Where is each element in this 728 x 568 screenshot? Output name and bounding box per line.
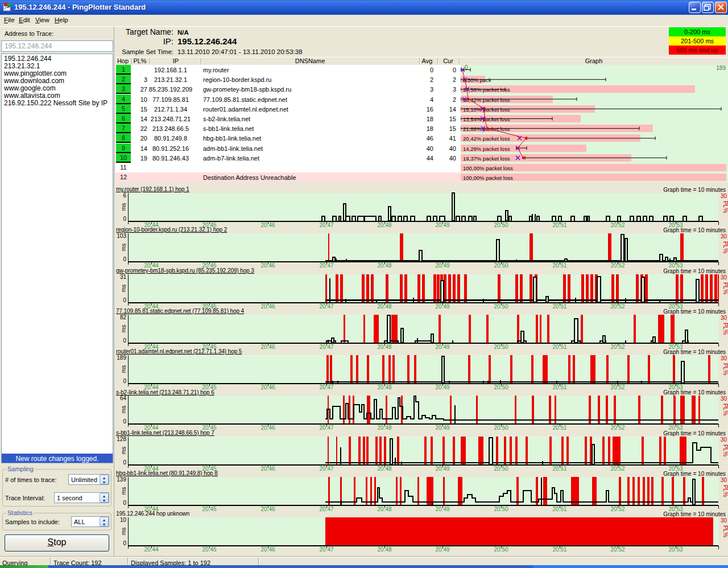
svg-text:30: 30 [721, 355, 727, 361]
svg-text:20:49: 20:49 [435, 466, 449, 472]
svg-text:20:49: 20:49 [435, 546, 449, 553]
svg-text:0: 0 [123, 540, 126, 546]
svg-text:20:50: 20:50 [494, 425, 508, 431]
svg-text:0: 0 [123, 256, 126, 262]
svg-text:20:48: 20:48 [377, 222, 391, 228]
svg-text:PL%: PL% [722, 241, 728, 253]
svg-text:ms: ms [121, 487, 127, 495]
svg-text:0: 0 [123, 378, 126, 384]
svg-text:20:47: 20:47 [319, 546, 333, 553]
svg-text:30: 30 [721, 477, 727, 483]
svg-text:82: 82 [120, 314, 127, 320]
svg-text:0: 0 [123, 216, 126, 222]
svg-text:PL%: PL% [722, 485, 728, 497]
svg-text:20:47: 20:47 [319, 506, 333, 512]
svg-text:20:47: 20:47 [319, 303, 333, 310]
svg-text:30: 30 [721, 193, 727, 199]
svg-text:189: 189 [716, 65, 726, 71]
svg-text:0: 0 [123, 418, 126, 425]
svg-text:20:49: 20:49 [435, 262, 449, 269]
svg-text:30: 30 [721, 396, 727, 402]
svg-text:20:50: 20:50 [494, 303, 508, 310]
svg-text:20:52: 20:52 [610, 546, 624, 553]
svg-text:ms: ms [121, 244, 127, 251]
svg-text:ms: ms [121, 365, 127, 373]
svg-text:20:46: 20:46 [260, 384, 275, 390]
svg-text:0: 0 [123, 337, 126, 344]
svg-text:20:48: 20:48 [377, 262, 391, 269]
svg-text:20:45: 20:45 [202, 506, 216, 512]
svg-text:0: 0 [123, 297, 126, 303]
svg-text:ms: ms [121, 285, 127, 292]
svg-text:31: 31 [120, 274, 127, 280]
svg-text:PL%: PL% [722, 363, 728, 375]
svg-text:20:49: 20:49 [435, 222, 449, 228]
svg-text:30: 30 [721, 233, 727, 240]
svg-text:6: 6 [123, 192, 126, 199]
svg-text:0: 0 [465, 65, 468, 71]
svg-text:20:53: 20:53 [668, 546, 682, 553]
svg-text:20:49: 20:49 [435, 425, 449, 431]
svg-text:PL%: PL% [722, 525, 728, 537]
svg-text:20:46: 20:46 [260, 303, 275, 310]
svg-text:20:50: 20:50 [494, 546, 508, 553]
svg-text:20:48: 20:48 [377, 344, 391, 350]
svg-text:PL%: PL% [722, 282, 728, 294]
svg-text:20:46: 20:46 [260, 546, 275, 553]
svg-text:20:47: 20:47 [319, 425, 333, 431]
svg-text:20:50: 20:50 [494, 506, 508, 512]
svg-text:20:51: 20:51 [552, 303, 566, 310]
svg-text:20:50: 20:50 [494, 384, 508, 390]
svg-text:20:52: 20:52 [610, 222, 624, 228]
svg-text:PL%: PL% [722, 201, 728, 213]
svg-text:20:52: 20:52 [610, 466, 624, 472]
svg-text:20:50: 20:50 [494, 466, 508, 472]
svg-text:20:51: 20:51 [552, 546, 566, 553]
svg-text:20:47: 20:47 [319, 384, 333, 390]
svg-text:30: 30 [721, 315, 727, 321]
svg-text:10: 10 [120, 517, 127, 523]
svg-text:20:52: 20:52 [610, 303, 624, 310]
svg-text:20:45: 20:45 [202, 546, 216, 553]
svg-text:20:52: 20:52 [610, 425, 624, 431]
svg-text:20:46: 20:46 [260, 222, 275, 228]
svg-text:20:49: 20:49 [435, 344, 449, 350]
svg-text:ms: ms [121, 406, 127, 413]
svg-text:20:49: 20:49 [435, 384, 449, 390]
svg-text:20:46: 20:46 [260, 466, 275, 472]
svg-text:20:48: 20:48 [377, 546, 391, 553]
svg-text:20:48: 20:48 [377, 425, 391, 431]
svg-text:20:52: 20:52 [610, 262, 624, 269]
svg-text:0: 0 [123, 500, 126, 506]
svg-text:20:46: 20:46 [260, 506, 275, 512]
svg-text:20:47: 20:47 [319, 466, 333, 472]
svg-text:20:51: 20:51 [552, 262, 566, 269]
svg-text:103: 103 [117, 233, 126, 239]
svg-text:20:52: 20:52 [610, 344, 624, 350]
svg-text:30: 30 [721, 274, 727, 281]
svg-text:PL%: PL% [722, 323, 728, 335]
svg-text:20:48: 20:48 [377, 466, 391, 472]
svg-text:20:49: 20:49 [435, 303, 449, 310]
svg-text:30: 30 [721, 437, 727, 443]
svg-text:20:46: 20:46 [260, 425, 275, 431]
svg-text:20:50: 20:50 [494, 262, 508, 269]
svg-text:20:48: 20:48 [377, 384, 391, 390]
svg-text:30: 30 [721, 517, 727, 524]
svg-text:ms: ms [121, 528, 127, 535]
svg-text:20:46: 20:46 [260, 262, 275, 269]
svg-text:20:50: 20:50 [494, 344, 508, 350]
svg-text:20:51: 20:51 [552, 344, 566, 350]
svg-text:20:51: 20:51 [552, 222, 566, 228]
svg-text:20:51: 20:51 [552, 506, 566, 512]
svg-text:0: 0 [123, 459, 126, 466]
svg-text:ms: ms [121, 447, 127, 454]
svg-text:20:52: 20:52 [610, 384, 624, 390]
svg-text:189: 189 [117, 355, 126, 361]
svg-text:ms: ms [121, 203, 127, 211]
svg-text:20:47: 20:47 [319, 344, 333, 350]
svg-text:128: 128 [117, 436, 126, 442]
svg-text:20:44: 20:44 [144, 546, 158, 553]
svg-text:PL%: PL% [722, 404, 728, 415]
svg-text:20:48: 20:48 [377, 303, 391, 310]
